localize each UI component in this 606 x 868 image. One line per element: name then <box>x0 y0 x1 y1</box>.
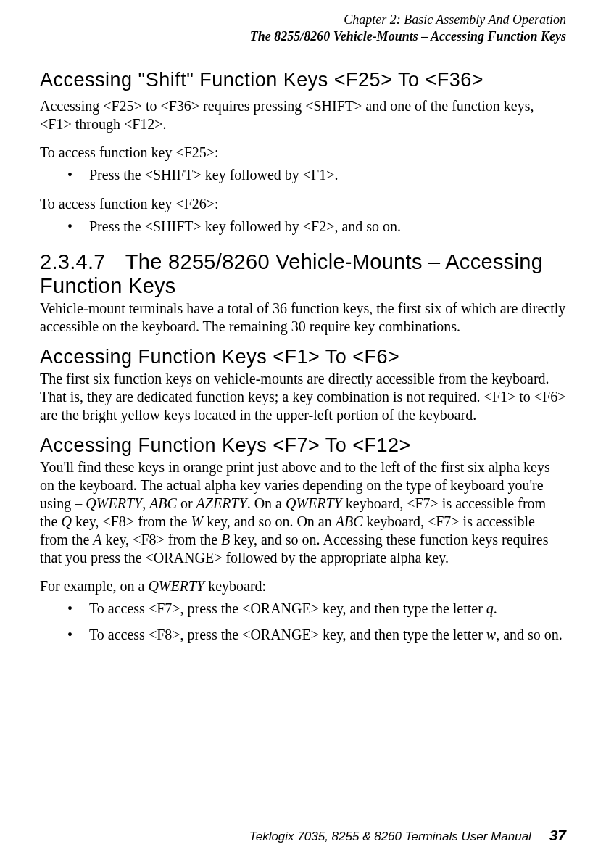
text-run: . <box>494 600 497 616</box>
heading-2-3-4-7: 2.3.4.7 The 8255/8260 Vehicle-Mounts – A… <box>40 250 566 298</box>
list-f25: Press the <SHIFT> key followed by <F1>. <box>40 166 566 185</box>
list-item: Press the <SHIFT> key followed by <F1>. <box>40 166 566 185</box>
document-page: Chapter 2: Basic Assembly And Operation … <box>0 0 606 868</box>
text-run: keyboard: <box>204 578 266 594</box>
text-run: To access <F8>, press the <ORANGE> key, … <box>89 627 486 642</box>
text-run-italic: A <box>93 532 101 547</box>
text-run: To access <F7>, press the <ORANGE> key, … <box>89 600 486 616</box>
text-run-italic: ABC <box>336 513 363 529</box>
para-f1-f6: The first six function keys on vehicle-m… <box>40 370 566 424</box>
footer-title: Teklogix 7035, 8255 & 8260 Terminals Use… <box>249 830 531 843</box>
text-run-italic: QWERTY <box>148 578 204 594</box>
text-run: key, <F8> from the <box>72 513 191 529</box>
list-qwerty-example: To access <F7>, press the <ORANGE> key, … <box>40 600 566 644</box>
page-footer: Teklogix 7035, 8255 & 8260 Terminals Use… <box>249 827 566 844</box>
lead-f25: To access function key <F25>: <box>40 144 566 162</box>
lead-qwerty-example: For example, on a QWERTY keyboard: <box>40 577 566 595</box>
text-run-italic: QWERTY <box>86 495 142 511</box>
text-run-italic: W <box>191 513 203 529</box>
heading-f1-f6: Accessing Function Keys <F1> To <F6> <box>40 346 566 368</box>
text-run-italic: q <box>486 600 494 616</box>
lead-f26: To access function key <F26>: <box>40 195 566 213</box>
text-run: , <box>142 495 149 511</box>
text-run: key, <F8> from the <box>102 532 222 547</box>
page-number: 37 <box>549 827 566 843</box>
list-f26: Press the <SHIFT> key followed by <F2>, … <box>40 218 566 236</box>
running-header: Chapter 2: Basic Assembly And Operation … <box>40 12 566 44</box>
para-f7-f12: You'll find these keys in orange print j… <box>40 458 566 567</box>
para-shift-intro: Accessing <F25> to <F36> requires pressi… <box>40 97 566 133</box>
text-run-italic: ABC <box>149 495 177 511</box>
header-section: The 8255/8260 Vehicle-Mounts – Accessing… <box>40 28 566 45</box>
text-run-italic: B <box>221 532 230 547</box>
para-vehicle-mount-intro: Vehicle-mount terminals have a total of … <box>40 299 566 336</box>
list-item: To access <F8>, press the <ORANGE> key, … <box>40 626 566 645</box>
heading-f7-f12: Accessing Function Keys <F7> To <F12> <box>40 434 566 457</box>
text-run-italic: QWERTY <box>286 495 342 511</box>
list-item: To access <F7>, press the <ORANGE> key, … <box>40 600 566 619</box>
heading-shift-f25-f36: Accessing "Shift" Function Keys <F25> To… <box>40 69 566 91</box>
text-run: . On a <box>247 495 286 511</box>
text-run-italic: AZERTY <box>196 495 247 511</box>
header-chapter: Chapter 2: Basic Assembly And Operation <box>40 12 566 28</box>
text-run: or <box>177 495 196 511</box>
list-item: Press the <SHIFT> key followed by <F2>, … <box>40 218 566 236</box>
text-run: key, and so on. On an <box>203 513 336 529</box>
text-run: For example, on a <box>40 578 148 594</box>
text-run: , and so on. <box>496 627 563 642</box>
section-number: 2.3.4.7 <box>40 250 120 274</box>
text-run-italic: Q <box>61 513 71 529</box>
text-run-italic: w <box>486 627 496 642</box>
